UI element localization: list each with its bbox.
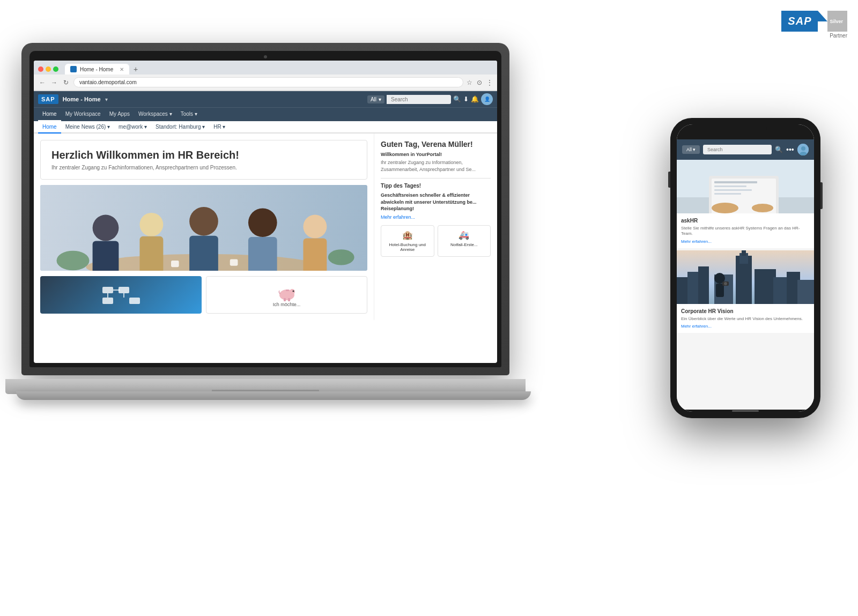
menu-icon[interactable]: ⋮ xyxy=(486,79,493,86)
volume-button[interactable] xyxy=(668,172,670,188)
laptop-body: Home - Home ✕ + ← → ↻ vantaio.demoportal… xyxy=(21,43,509,375)
browser-tab[interactable]: Home - Home ✕ xyxy=(65,64,129,75)
hero-image xyxy=(40,185,367,271)
refresh-button[interactable]: ↻ xyxy=(62,78,70,87)
svg-rect-6 xyxy=(139,236,163,271)
phone-card-askhr: askHR Stelle Sie mithilfe unseres askHR … xyxy=(677,160,814,248)
phone-more-button[interactable]: ••• xyxy=(786,145,794,154)
svg-rect-38 xyxy=(714,181,757,183)
phone-home-indicator[interactable] xyxy=(732,410,759,412)
browser-bar: ← → ↻ vantaio.demoportal.com ☆ ⊙ ⋮ xyxy=(34,75,497,91)
svg-rect-28 xyxy=(288,298,290,301)
svg-point-29 xyxy=(292,290,294,292)
portal-content: Herzlich Willkommen im HR Bereich! Ihr z… xyxy=(34,133,497,320)
phone-card-image-1 xyxy=(677,160,814,213)
search-input[interactable] xyxy=(387,95,451,104)
svg-rect-27 xyxy=(284,298,286,301)
portal-left: Herzlich Willkommen im HR Bereich! Ihr z… xyxy=(34,133,374,320)
svg-rect-39 xyxy=(714,185,746,187)
svg-point-5 xyxy=(139,213,163,236)
quick-tiles: 🏨 Hotel-Buchung und Anreise 🚑 Notfall-Er… xyxy=(381,225,491,257)
bottom-tiles: Ich möchte... xyxy=(40,276,367,314)
user-avatar[interactable]: 👤 xyxy=(481,93,493,105)
laptop-screen-bezel: Home - Home ✕ + ← → ↻ vantaio.demoportal… xyxy=(29,51,501,367)
quick-tile-notfall[interactable]: 🚑 Notfall-Erste... xyxy=(438,225,491,257)
svg-point-14 xyxy=(328,249,354,265)
sap-portal-header: SAP Home - Home ▾ All ▾ 🔍 ⬇ 🔔 xyxy=(34,91,497,107)
nav-workspaces[interactable]: Workspaces ▾ xyxy=(134,108,176,121)
sap-app-title: Home - Home xyxy=(63,96,101,102)
bell-icon[interactable]: 🔔 xyxy=(471,95,479,103)
svg-point-43 xyxy=(752,204,773,212)
browser-tabs: Home - Home ✕ + xyxy=(34,61,497,75)
sap-nav: Home My Workspace My Apps Workspaces ▾ T… xyxy=(34,107,497,121)
tab-title: Home - Home xyxy=(80,66,113,72)
subnav-standort[interactable]: Standort: Hamburg ▾ xyxy=(151,121,209,133)
app-title-dropdown[interactable]: ▾ xyxy=(105,97,108,102)
svg-rect-40 xyxy=(714,189,752,191)
svg-rect-59 xyxy=(716,284,724,297)
account-icon[interactable]: ⊙ xyxy=(477,79,482,86)
tile-ich-moechte[interactable]: Ich möchte... xyxy=(206,276,367,314)
nav-tools[interactable]: Tools ▾ xyxy=(176,108,202,121)
phone-search-input[interactable] xyxy=(703,145,772,154)
svg-rect-30 xyxy=(286,290,289,291)
url-bar[interactable]: vantaio.demoportal.com xyxy=(73,77,463,87)
phone-user-avatar[interactable] xyxy=(797,144,809,155)
tip-label: Tipp des Tages! xyxy=(381,183,491,189)
bookmark-icon[interactable]: ☆ xyxy=(467,79,472,86)
sap-subnav: Home Meine News (26) ▾ me@work ▾ Standor… xyxy=(34,121,497,133)
right-divider xyxy=(381,178,491,179)
search-icon[interactable]: 🔍 xyxy=(453,95,461,103)
subnav-home[interactable]: Home xyxy=(38,121,61,133)
phone-filter-button[interactable]: All ▾ xyxy=(682,145,700,154)
tab-favicon xyxy=(70,66,77,72)
close-button[interactable] xyxy=(38,66,43,72)
nav-my-workspace[interactable]: My Workspace xyxy=(61,108,105,121)
phone-mockup: All ▾ 🔍 ••• xyxy=(660,107,831,456)
minimize-button[interactable] xyxy=(46,66,51,72)
new-tab-button[interactable]: + xyxy=(131,65,140,73)
phone-mehr-link-2[interactable]: Mehr erfahren... xyxy=(681,324,810,329)
back-button[interactable]: ← xyxy=(38,78,47,87)
window-controls xyxy=(38,66,58,72)
mehr-erfahren-link[interactable]: Mehr erfahren... xyxy=(381,214,491,220)
subnav-meatwork[interactable]: me@work ▾ xyxy=(114,121,151,133)
svg-rect-15 xyxy=(171,261,179,267)
quick-tile-hotel[interactable]: 🏨 Hotel-Buchung und Anreise xyxy=(381,225,434,257)
phone-mehr-link-1[interactable]: Mehr erfahren... xyxy=(681,239,810,244)
people-scene xyxy=(40,185,367,271)
phone-search-bar: All ▾ 🔍 ••• xyxy=(677,139,814,160)
welcome-title: Herzlich Willkommen im HR Bereich! xyxy=(51,149,356,161)
svg-point-42 xyxy=(712,203,738,213)
subnav-news[interactable]: Meine News (26) ▾ xyxy=(61,121,114,133)
tab-close-button[interactable]: ✕ xyxy=(120,66,124,72)
sap-logo: SAP xyxy=(38,94,58,104)
svg-rect-54 xyxy=(755,269,776,304)
phone-search-icon[interactable]: 🔍 xyxy=(775,146,783,153)
forward-button[interactable]: → xyxy=(50,78,58,87)
svg-point-11 xyxy=(303,215,327,239)
tile-flowchart[interactable] xyxy=(40,276,202,314)
svg-point-13 xyxy=(57,251,90,271)
search-filter-dropdown[interactable]: All ▾ xyxy=(367,95,384,103)
nav-my-apps[interactable]: My Apps xyxy=(105,108,134,121)
greeting-name: Guten Tag, Verena Müller! xyxy=(381,140,491,149)
notfall-label: Notfall-Erste... xyxy=(442,242,486,247)
power-button[interactable] xyxy=(820,182,823,209)
svg-point-7 xyxy=(189,207,218,236)
download-icon[interactable]: ⬇ xyxy=(463,95,469,103)
maximize-button[interactable] xyxy=(53,66,58,72)
phone-body: All ▾ 🔍 ••• xyxy=(670,118,820,418)
phone-card-title-2: Corporate HR Vision xyxy=(681,308,810,314)
nav-home[interactable]: Home xyxy=(38,108,61,121)
svg-rect-52 xyxy=(742,250,746,256)
svg-rect-10 xyxy=(248,237,277,271)
subnav-hr[interactable]: HR ▾ xyxy=(209,121,230,133)
svg-rect-41 xyxy=(714,193,741,195)
hotel-label: Hotel-Buchung und Anreise xyxy=(386,242,430,252)
svg-point-26 xyxy=(290,289,295,294)
svg-point-61 xyxy=(724,282,727,285)
greeting-text: Ihr zentraler Zugang zu Informationen, Z… xyxy=(381,159,491,173)
browser-actions: ☆ ⊙ ⋮ xyxy=(467,79,493,86)
